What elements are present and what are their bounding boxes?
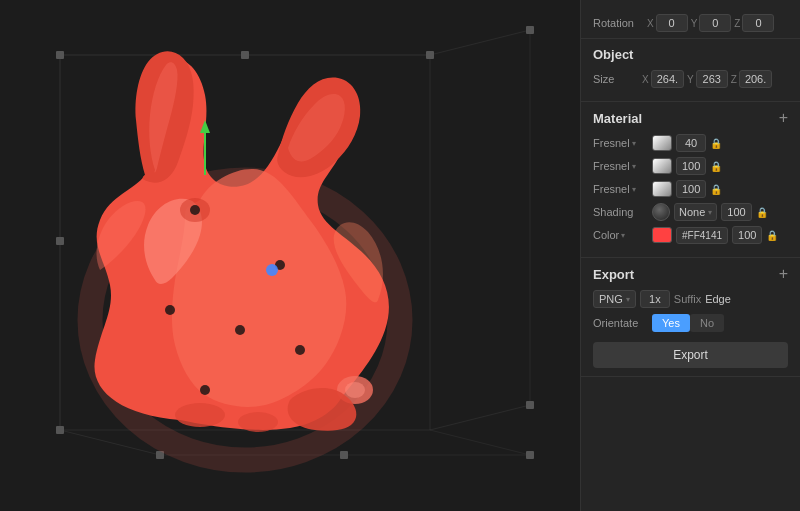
fresnel-val-3[interactable]: 100 [676, 180, 706, 198]
size-y-axis: Y [687, 74, 694, 85]
rotation-section: Rotation X 0 Y 0 Z 0 [581, 8, 800, 39]
svg-point-24 [345, 382, 365, 398]
size-label: Size [593, 73, 638, 85]
color-swatch[interactable] [652, 227, 672, 243]
shading-chevron: ▾ [708, 208, 712, 217]
svg-rect-20 [340, 451, 348, 459]
svg-rect-12 [426, 51, 434, 59]
rotation-x-axis: X [647, 18, 654, 29]
material-header: Material + [593, 110, 788, 126]
material-title: Material [593, 111, 642, 126]
svg-point-27 [190, 205, 200, 215]
svg-point-29 [235, 325, 245, 335]
object-header: Object [593, 47, 788, 62]
svg-point-30 [165, 305, 175, 315]
color-label: Color ▾ [593, 229, 648, 241]
size-y-val[interactable]: 263 [696, 70, 728, 88]
rotation-label: Rotation [593, 17, 641, 29]
shading-num[interactable]: 100 [721, 203, 751, 221]
color-chevron-icon[interactable]: ▾ [621, 231, 625, 240]
format-select[interactable]: PNG ▾ [593, 290, 636, 308]
size-x-axis: X [642, 74, 649, 85]
fresnel-row-2: Fresnel ▾ 100 🔒 [593, 157, 788, 175]
fresnel-val-2[interactable]: 100 [676, 157, 706, 175]
svg-point-26 [238, 412, 278, 432]
shading-label: Shading [593, 206, 648, 218]
rotation-z-axis: Z [734, 18, 740, 29]
size-fields: X 264. Y 263 Z 206. [642, 70, 788, 88]
svg-rect-11 [56, 51, 64, 59]
orientate-row: Orientate Yes No [593, 314, 788, 332]
color-hex[interactable]: #FF4141 [676, 227, 728, 244]
svg-rect-13 [56, 426, 64, 434]
export-section: Export + PNG ▾ 1x Suffix Edge Orientate … [581, 258, 800, 377]
bunny-scene [0, 0, 580, 511]
fresnel-label-3: Fresnel ▾ [593, 183, 648, 195]
rotation-fields: X 0 Y 0 Z 0 [647, 14, 788, 32]
fresnel-swatch-2[interactable] [652, 158, 672, 174]
scale-val[interactable]: 1x [640, 290, 670, 308]
lock-icon-2[interactable]: 🔒 [710, 161, 722, 172]
suffix-label: Suffix [674, 293, 701, 305]
shading-select[interactable]: None ▾ [674, 203, 717, 221]
orientate-yes-button[interactable]: Yes [652, 314, 690, 332]
chevron-icon-1[interactable]: ▾ [632, 139, 636, 148]
export-format-row: PNG ▾ 1x Suffix Edge [593, 290, 788, 308]
size-z-field: Z 206. [731, 70, 773, 88]
lock-icon-3[interactable]: 🔒 [710, 184, 722, 195]
fresnel-swatch-3[interactable] [652, 181, 672, 197]
size-y-field: Y 263 [687, 70, 728, 88]
lock-icon-color[interactable]: 🔒 [766, 230, 778, 241]
edge-label: Edge [705, 293, 731, 305]
rotation-x-val[interactable]: 0 [656, 14, 688, 32]
svg-rect-19 [56, 237, 64, 245]
svg-rect-17 [526, 451, 534, 459]
color-row: Color ▾ #FF4141 100 🔒 [593, 226, 788, 244]
3d-viewport[interactable] [0, 0, 580, 511]
orientate-no-button[interactable]: No [690, 314, 724, 332]
rotation-y-val[interactable]: 0 [699, 14, 731, 32]
svg-rect-15 [526, 401, 534, 409]
orientate-label: Orientate [593, 317, 648, 329]
fresnel-row-3: Fresnel ▾ 100 🔒 [593, 180, 788, 198]
chevron-icon-2[interactable]: ▾ [632, 162, 636, 171]
fresnel-swatch-1[interactable] [652, 135, 672, 151]
format-chevron: ▾ [626, 295, 630, 304]
size-x-field: X 264. [642, 70, 684, 88]
orientate-toggle: Yes No [652, 314, 724, 332]
svg-point-32 [200, 385, 210, 395]
lock-icon-shading[interactable]: 🔒 [756, 207, 768, 218]
shading-swatch[interactable] [652, 203, 670, 221]
chevron-icon-3[interactable]: ▾ [632, 185, 636, 194]
size-x-val[interactable]: 264. [651, 70, 684, 88]
right-panel: Rotation X 0 Y 0 Z 0 Object Size X [580, 0, 800, 511]
fresnel-row-1: Fresnel ▾ 40 🔒 [593, 134, 788, 152]
svg-point-25 [175, 403, 225, 427]
object-section: Object Size X 264. Y 263 Z 206. [581, 39, 800, 102]
export-header: Export + [593, 266, 788, 282]
fresnel-label-1: Fresnel ▾ [593, 137, 648, 149]
shading-row: Shading None ▾ 100 🔒 [593, 203, 788, 221]
material-section: Material + Fresnel ▾ 40 🔒 Fresnel ▾ 100 … [581, 102, 800, 258]
rotation-y-axis: Y [691, 18, 698, 29]
svg-point-33 [266, 264, 278, 276]
svg-point-31 [295, 345, 305, 355]
export-title: Export [593, 267, 634, 282]
svg-rect-18 [241, 51, 249, 59]
color-num[interactable]: 100 [732, 226, 762, 244]
object-title: Object [593, 47, 633, 62]
rotation-z-field: Z 0 [734, 14, 774, 32]
export-add-icon[interactable]: + [779, 266, 788, 282]
size-row: Size X 264. Y 263 Z 206. [593, 70, 788, 88]
svg-rect-14 [526, 26, 534, 34]
size-z-axis: Z [731, 74, 737, 85]
rotation-x-field: X 0 [647, 14, 688, 32]
fresnel-label-2: Fresnel ▾ [593, 160, 648, 172]
size-z-val[interactable]: 206. [739, 70, 772, 88]
rotation-y-field: Y 0 [691, 14, 732, 32]
rotation-z-val[interactable]: 0 [742, 14, 774, 32]
material-add-icon[interactable]: + [779, 110, 788, 126]
lock-icon-1[interactable]: 🔒 [710, 138, 722, 149]
fresnel-val-1[interactable]: 40 [676, 134, 706, 152]
export-button[interactable]: Export [593, 342, 788, 368]
